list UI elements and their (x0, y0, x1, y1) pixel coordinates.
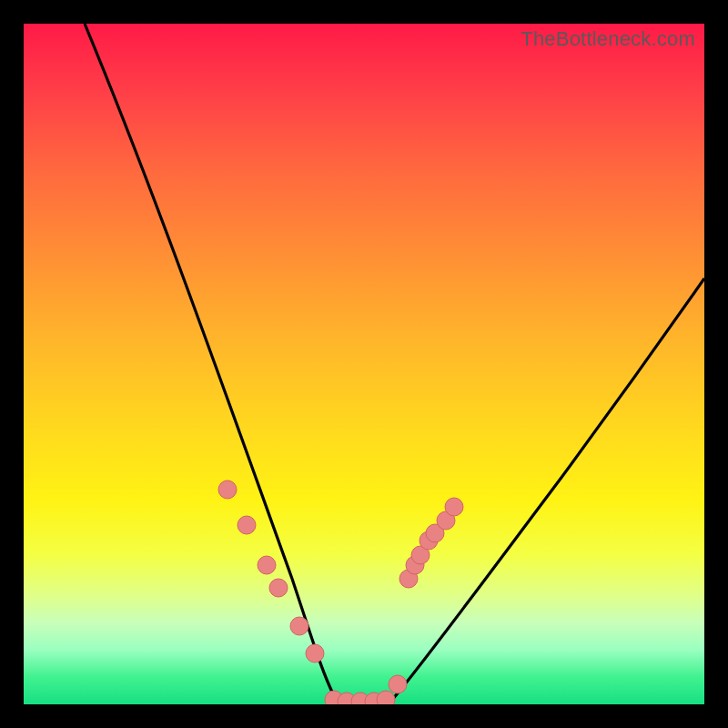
svg-point-18 (445, 498, 463, 516)
chart-frame: TheBottleneck.com (0, 0, 728, 728)
bottleneck-curve (24, 24, 704, 704)
svg-point-1 (238, 516, 256, 534)
svg-point-3 (269, 579, 288, 597)
svg-point-11 (389, 675, 407, 693)
marker-dots (218, 480, 463, 704)
plot-area: TheBottleneck.com (24, 24, 704, 704)
svg-point-4 (290, 617, 308, 635)
svg-point-5 (306, 644, 324, 662)
svg-point-10 (377, 691, 395, 704)
curve-path (85, 24, 704, 701)
svg-point-0 (218, 480, 237, 499)
svg-point-2 (258, 556, 276, 574)
